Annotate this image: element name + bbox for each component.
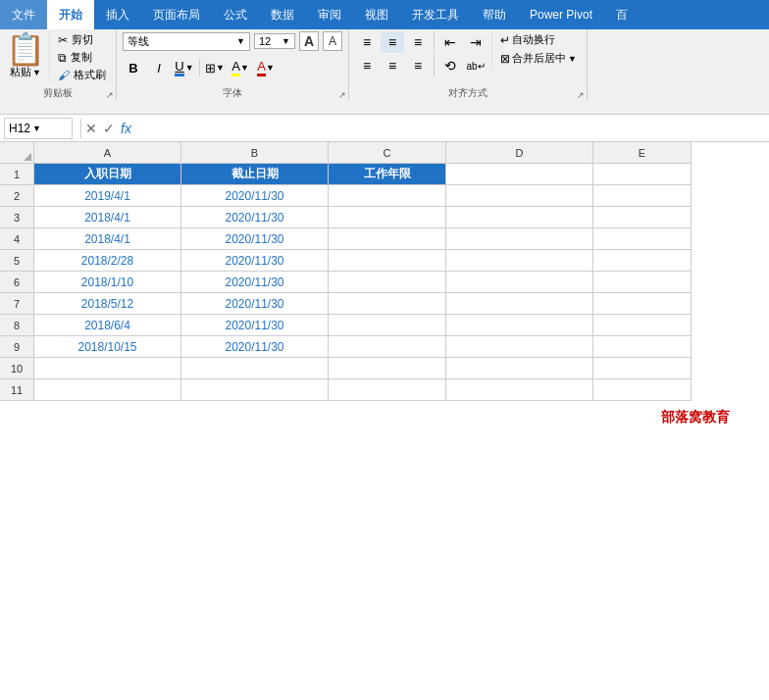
list-item[interactable] bbox=[446, 315, 593, 336]
align-bottom-center-button[interactable]: ≡ bbox=[381, 55, 404, 76]
list-item[interactable] bbox=[329, 379, 446, 401]
font-grow-button[interactable]: A bbox=[299, 31, 319, 51]
formula-input[interactable] bbox=[135, 118, 765, 139]
align-top-right-button[interactable]: ≡ bbox=[406, 31, 430, 53]
font-name-dropdown-icon[interactable]: ▼ bbox=[236, 36, 245, 46]
list-item[interactable]: 2020/11/30 bbox=[181, 207, 329, 228]
list-item[interactable] bbox=[181, 379, 329, 401]
col-header-a[interactable]: A bbox=[34, 142, 181, 164]
cell-ref-dropdown-icon[interactable]: ▼ bbox=[32, 124, 41, 133]
col-header-e[interactable]: E bbox=[593, 142, 692, 164]
fill-dropdown-icon[interactable]: ▼ bbox=[240, 63, 249, 73]
font-shrink-button[interactable]: A bbox=[323, 31, 342, 51]
merge-dropdown-icon[interactable]: ▼ bbox=[568, 54, 577, 64]
col-header-d[interactable]: D bbox=[446, 142, 593, 164]
list-item[interactable]: 2020/11/30 bbox=[181, 336, 329, 358]
merge-center-button[interactable]: ⊠ 合并后居中 ▼ bbox=[496, 50, 581, 67]
list-item[interactable] bbox=[446, 185, 593, 207]
menu-help[interactable]: 帮助 bbox=[471, 0, 518, 29]
font-color-button[interactable]: A ▼ bbox=[255, 57, 277, 78]
list-item[interactable] bbox=[446, 272, 593, 293]
formula-fx-icon[interactable]: fx bbox=[121, 121, 131, 136]
text-orient-button[interactable]: ab↵ bbox=[464, 55, 487, 76]
menu-review[interactable]: 审阅 bbox=[306, 0, 353, 29]
decrease-indent-button[interactable]: ⇤ bbox=[438, 31, 462, 53]
formula-confirm-icon[interactable]: ✓ bbox=[103, 121, 115, 136]
list-item[interactable] bbox=[329, 272, 446, 293]
list-item[interactable] bbox=[593, 207, 692, 228]
list-item[interactable] bbox=[329, 207, 446, 228]
list-item[interactable]: 2018/4/1 bbox=[34, 228, 181, 250]
paste-dropdown-icon[interactable]: ▼ bbox=[32, 68, 41, 77]
list-item[interactable] bbox=[446, 228, 593, 250]
list-item[interactable] bbox=[593, 185, 692, 207]
list-item[interactable]: 2020/11/30 bbox=[181, 250, 329, 272]
underline-button[interactable]: U ▼ bbox=[174, 57, 195, 78]
list-item[interactable]: 2018/5/12 bbox=[34, 293, 181, 315]
list-item[interactable] bbox=[593, 315, 692, 336]
list-item[interactable] bbox=[593, 293, 692, 315]
list-item[interactable]: 截止日期 bbox=[181, 164, 329, 185]
menu-power-pivot[interactable]: Power Pivot bbox=[518, 0, 604, 29]
col-header-b[interactable]: B bbox=[181, 142, 329, 164]
menu-extra[interactable]: 百 bbox=[604, 0, 640, 29]
row-header-2[interactable]: 2 bbox=[0, 185, 34, 207]
list-item[interactable] bbox=[593, 250, 692, 272]
list-item[interactable] bbox=[593, 272, 692, 293]
bold-button[interactable]: B bbox=[123, 57, 144, 78]
border-button[interactable]: ⊞ ▼ bbox=[204, 57, 226, 78]
list-item[interactable] bbox=[446, 164, 593, 185]
row-header-4[interactable]: 4 bbox=[0, 228, 34, 250]
corner-cell[interactable] bbox=[0, 142, 34, 164]
menu-insert[interactable]: 插入 bbox=[94, 0, 141, 29]
list-item[interactable]: 2019/4/1 bbox=[34, 185, 181, 207]
row-header-11[interactable]: 11 bbox=[0, 379, 34, 401]
list-item[interactable] bbox=[446, 358, 593, 379]
paste-button[interactable]: 📋 粘贴 ▼ bbox=[6, 33, 45, 79]
list-item[interactable] bbox=[181, 358, 329, 379]
cell-reference-box[interactable]: H12 ▼ bbox=[4, 118, 73, 139]
menu-page-layout[interactable]: 页面布局 bbox=[141, 0, 212, 29]
clipboard-expand-icon[interactable]: ↗ bbox=[106, 90, 114, 100]
list-item[interactable] bbox=[446, 250, 593, 272]
align-bottom-right-button[interactable]: ≡ bbox=[406, 55, 430, 76]
list-item[interactable] bbox=[329, 336, 446, 358]
row-header-6[interactable]: 6 bbox=[0, 272, 34, 293]
list-item[interactable]: 入职日期 bbox=[34, 164, 181, 185]
font-size-dropdown-icon[interactable]: ▼ bbox=[282, 36, 290, 46]
italic-button[interactable]: I bbox=[148, 57, 170, 78]
list-item[interactable]: 2020/11/30 bbox=[181, 315, 329, 336]
font-expand-icon[interactable]: ↗ bbox=[338, 90, 346, 100]
list-item[interactable] bbox=[593, 379, 692, 401]
list-item[interactable] bbox=[34, 358, 181, 379]
font-name-selector[interactable]: 等线 ▼ bbox=[123, 32, 250, 51]
list-item[interactable] bbox=[593, 164, 692, 185]
font-size-selector[interactable]: 12 ▼ bbox=[254, 33, 295, 49]
font-color-dropdown-icon[interactable]: ▼ bbox=[266, 63, 275, 73]
row-header-9[interactable]: 9 bbox=[0, 336, 34, 358]
increase-indent-button[interactable]: ⇥ bbox=[464, 31, 487, 53]
list-item[interactable]: 2020/11/30 bbox=[181, 293, 329, 315]
align-top-left-button[interactable]: ≡ bbox=[355, 31, 379, 53]
align-bottom-left-button[interactable]: ≡ bbox=[355, 55, 379, 76]
list-item[interactable] bbox=[329, 358, 446, 379]
text-direction-button[interactable]: ⟲ bbox=[438, 55, 462, 76]
row-header-10[interactable]: 10 bbox=[0, 358, 34, 379]
row-header-7[interactable]: 7 bbox=[0, 293, 34, 315]
menu-view[interactable]: 视图 bbox=[353, 0, 400, 29]
list-item[interactable] bbox=[329, 315, 446, 336]
list-item[interactable] bbox=[446, 207, 593, 228]
list-item[interactable] bbox=[593, 336, 692, 358]
list-item[interactable]: 2018/2/28 bbox=[34, 250, 181, 272]
list-item[interactable] bbox=[329, 185, 446, 207]
list-item[interactable]: 2018/1/10 bbox=[34, 272, 181, 293]
list-item[interactable]: 2020/11/30 bbox=[181, 185, 329, 207]
fill-color-button[interactable]: A ▼ bbox=[230, 57, 251, 78]
list-item[interactable] bbox=[329, 228, 446, 250]
menu-file[interactable]: 文件 bbox=[0, 0, 47, 29]
list-item[interactable] bbox=[329, 250, 446, 272]
menu-developer[interactable]: 开发工具 bbox=[400, 0, 471, 29]
list-item[interactable] bbox=[593, 358, 692, 379]
underline-dropdown-icon[interactable]: ▼ bbox=[185, 63, 194, 73]
row-header-1[interactable]: 1 bbox=[0, 164, 34, 185]
